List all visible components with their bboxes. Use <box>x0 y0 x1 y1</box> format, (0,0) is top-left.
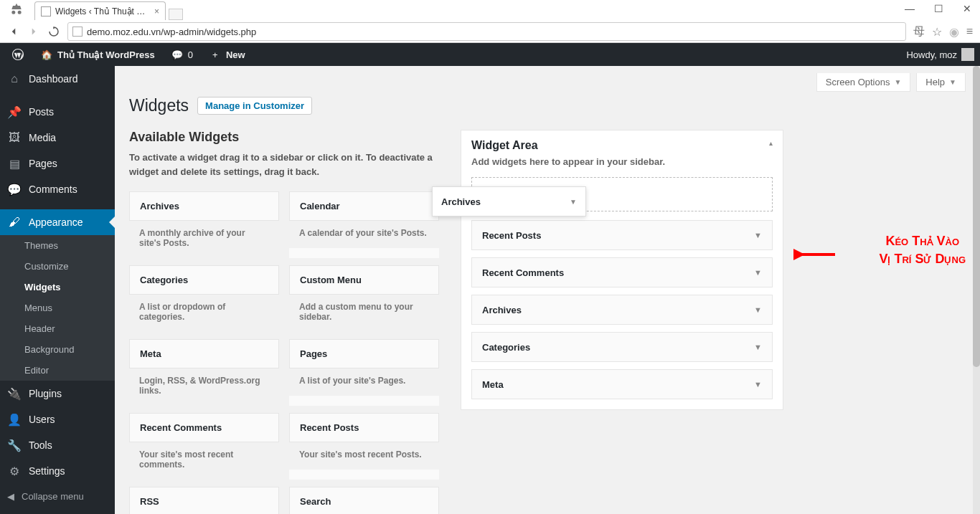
url-bar[interactable]: demo.moz.edu.vn/wp-admin/widgets.php <box>67 22 906 41</box>
chevron-down-icon: ▼ <box>754 380 762 389</box>
chevron-down-icon: ▼ <box>754 231 762 239</box>
menu-pages[interactable]: ▤Pages <box>0 151 115 176</box>
wp-adminbar: 🏠 Thủ Thuật WordPress 💬 0 + New Howdy, m… <box>0 43 980 66</box>
wp-logo[interactable] <box>6 43 30 66</box>
new-content-link[interactable]: + New <box>203 43 251 66</box>
chevron-up-icon: ▴ <box>769 139 773 147</box>
annotation-text: Kéo Thả Vào Vị Trí Sử Dụng <box>879 232 966 268</box>
media-icon: 🖼 <box>7 130 22 145</box>
browser-chrome: Widgets ‹ Thủ Thuật Word… × — ☐ ✕ demo.m… <box>0 0 980 43</box>
translate-icon[interactable]: ⺟ <box>913 24 925 39</box>
widget-card-desc: Your site's most recent comments. <box>129 442 279 480</box>
manage-customizer-link[interactable]: Manage in Customizer <box>197 97 312 115</box>
available-widget[interactable]: Recent CommentsYour site's most recent c… <box>129 413 279 480</box>
available-widget[interactable]: CalendarA calendar of your site's Posts. <box>289 191 439 258</box>
back-button[interactable] <box>7 25 20 38</box>
comments-count: 0 <box>188 49 193 60</box>
widget-card-title: Recent Comments <box>129 413 279 442</box>
help-tab[interactable]: Help▼ <box>916 73 966 92</box>
menu-plugins[interactable]: 🔌Plugins <box>0 381 115 406</box>
available-widget[interactable]: ArchivesA monthly archive of your site's… <box>129 191 279 258</box>
available-widget[interactable]: PagesA list of your site's Pages. <box>289 339 439 406</box>
star-icon[interactable]: ☆ <box>932 25 942 39</box>
browser-tab[interactable]: Widgets ‹ Thủ Thuật Word… × <box>34 1 166 20</box>
menu-comments[interactable]: 💬Comments <box>0 176 115 202</box>
brush-icon: 🖌 <box>7 215 22 229</box>
admin-menu: ⌂Dashboard 📌Posts 🖼Media ▤Pages 💬Comment… <box>0 66 115 514</box>
reload-button[interactable] <box>47 25 60 38</box>
plus-icon: + <box>209 48 222 61</box>
menu-tools[interactable]: 🔧Tools <box>0 432 115 458</box>
placed-widget-title: Categories <box>482 342 530 353</box>
placed-widget-title: Recent Comments <box>482 267 564 278</box>
widget-area-desc: Add widgets here to appear in your sideb… <box>461 156 783 177</box>
available-widget[interactable]: CategoriesA list or dropdown of categori… <box>129 265 279 332</box>
submenu-widgets[interactable]: Widgets <box>0 277 115 298</box>
submenu-editor[interactable]: Editor <box>0 360 115 381</box>
page-icon: ▤ <box>7 156 22 171</box>
new-label: New <box>226 49 245 60</box>
widget-card-desc: A list of your site's Pages. <box>289 368 439 396</box>
url-text: demo.moz.edu.vn/wp-admin/widgets.php <box>87 27 256 37</box>
site-name-link[interactable]: 🏠 Thủ Thuật WordPress <box>34 43 161 66</box>
globe-icon[interactable]: ◉ <box>949 25 959 39</box>
pushpin-icon: 📌 <box>7 105 22 119</box>
chevron-down-icon: ▼ <box>754 343 762 351</box>
placed-widget-title: Recent Posts <box>482 230 541 241</box>
available-widget[interactable]: RSS <box>129 487 279 514</box>
menu-dashboard[interactable]: ⌂Dashboard <box>0 66 115 92</box>
tab-close-icon[interactable]: × <box>154 6 159 16</box>
wordpress-icon <box>11 48 24 61</box>
maximize-button[interactable]: ☐ <box>931 3 946 14</box>
menu-settings[interactable]: ⚙Settings <box>0 458 115 484</box>
widget-area-header[interactable]: Widget Area ▴ <box>461 130 783 156</box>
placed-widget[interactable]: Meta▼ <box>471 369 773 399</box>
incognito-icon <box>9 2 24 16</box>
howdy-text[interactable]: Howdy, moz <box>906 49 957 60</box>
submenu-menus[interactable]: Menus <box>0 298 115 318</box>
widget-card-title: Meta <box>129 339 279 368</box>
placed-widget[interactable]: Categories▼ <box>471 332 773 362</box>
menu-appearance[interactable]: 🖌Appearance <box>0 209 115 235</box>
menu-users[interactable]: 👤Users <box>0 406 115 432</box>
available-widget[interactable]: MetaLogin, RSS, & WordPress.org links. <box>129 339 279 406</box>
widget-card-title: Custom Menu <box>289 265 439 295</box>
content-scrollbar[interactable] <box>973 66 980 514</box>
menu-icon[interactable]: ≡ <box>966 25 973 38</box>
submenu-customize[interactable]: Customize <box>0 256 115 277</box>
page-title: Widgets <box>129 96 189 115</box>
forward-button[interactable] <box>27 25 40 38</box>
screen-options-tab[interactable]: Screen Options▼ <box>816 73 911 92</box>
menu-posts[interactable]: 📌Posts <box>0 99 115 125</box>
menu-media[interactable]: 🖼Media <box>0 125 115 151</box>
widget-card-title: Archives <box>129 191 279 221</box>
available-widget[interactable]: Search <box>289 487 439 514</box>
collapse-menu[interactable]: ◀Collapse menu <box>0 484 115 509</box>
submenu-themes[interactable]: Themes <box>0 235 115 256</box>
available-widget[interactable]: Custom MenuAdd a custom menu to your sid… <box>289 265 439 332</box>
dragging-widget[interactable]: Archives ▼ <box>432 186 586 216</box>
placed-widget[interactable]: Archives▼ <box>471 295 773 325</box>
comment-icon: 💬 <box>171 48 184 61</box>
widget-card-desc: A list or dropdown of categories. <box>129 295 279 332</box>
scrollbar-thumb[interactable] <box>973 66 980 367</box>
placed-widget[interactable]: Recent Posts▼ <box>471 220 773 250</box>
sliders-icon: ⚙ <box>7 464 22 478</box>
widget-card-title: Calendar <box>289 191 439 221</box>
comments-link[interactable]: 💬 0 <box>165 43 199 66</box>
page-icon <box>72 27 83 37</box>
placed-widget-title: Meta <box>482 379 504 390</box>
chevron-down-icon: ▼ <box>949 78 956 86</box>
placed-widget[interactable]: Recent Comments▼ <box>471 257 773 287</box>
available-widget[interactable]: Recent PostsYour site's most recent Post… <box>289 413 439 480</box>
submenu-background[interactable]: Background <box>0 339 115 360</box>
widget-card-desc: Login, RSS, & WordPress.org links. <box>129 368 279 406</box>
new-tab-button[interactable] <box>169 9 183 20</box>
close-window-button[interactable]: ✕ <box>960 3 974 14</box>
available-widgets-column: Available Widgets To activate a widget d… <box>129 130 439 514</box>
submenu-header[interactable]: Header <box>0 318 115 339</box>
avatar[interactable] <box>961 48 974 61</box>
minimize-button[interactable]: — <box>903 3 917 14</box>
chevron-down-icon: ▼ <box>754 305 762 314</box>
site-name: Thủ Thuật WordPress <box>57 49 155 60</box>
